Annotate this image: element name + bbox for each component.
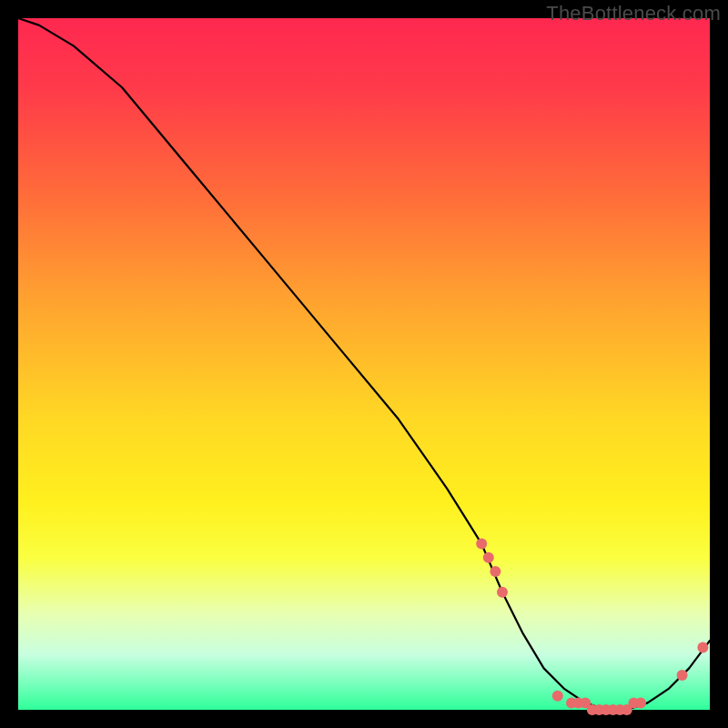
curve-marker [635, 697, 646, 708]
curve-marker [490, 566, 500, 577]
bottleneck-curve [18, 18, 710, 710]
curve-marker [483, 552, 494, 563]
curve-marker [677, 670, 688, 681]
curve-marker [476, 539, 487, 550]
chart-frame: TheBottleneck.com [0, 0, 728, 728]
curve-marker [497, 587, 508, 598]
watermark-text: TheBottleneck.com [546, 2, 721, 25]
curve-marker [552, 691, 563, 702]
curve-marker [697, 642, 708, 653]
curve-svg [18, 18, 710, 710]
curve-markers [476, 539, 708, 715]
plot-area [18, 18, 710, 710]
